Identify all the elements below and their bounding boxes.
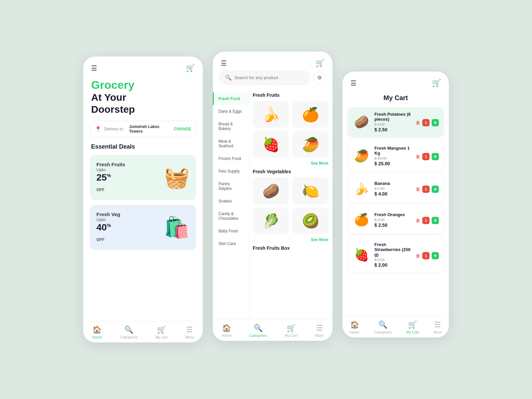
cart-icon-2[interactable]: 🛒 — [316, 59, 325, 67]
fruit-mango[interactable]: 🥭 — [292, 131, 329, 158]
cart-item-potatoes-info: Fresh Potatoes (6 pieces) $ 3.00 $ 2.50 — [374, 112, 412, 132]
cart-item-banana-old-price: $ 7.00 — [374, 187, 412, 191]
nav-home-2[interactable]: 🏠 Home — [222, 324, 231, 337]
add-oranges[interactable]: + — [432, 217, 439, 224]
cat-pantry[interactable]: Pantry Staples — [213, 178, 249, 195]
cart-item-potatoes-img: 🥔 — [352, 113, 370, 131]
top-bar-cart: ☰ 🛒 — [342, 71, 449, 91]
cat-snakes[interactable]: Snakes — [213, 195, 249, 207]
cat-frozen[interactable]: Frozen Food — [213, 152, 249, 165]
see-more-veg[interactable]: See More — [253, 237, 329, 242]
phone-categories: ☰ 🛒 🔍 ⚙ Fresh Food Dairy & Eggs Bread & … — [213, 52, 332, 341]
cart-item-oranges-info: Fresh Oranges $ 3.00 $ 2.50 — [374, 212, 412, 228]
delete-banana[interactable]: 🗑 — [416, 187, 420, 192]
cart-item-strawberries-info: Fresh Strawberries (250 g) $ 3.00 $ 2.00 — [374, 242, 412, 268]
change-button[interactable]: CHANGE — [174, 127, 191, 131]
nav-mycart-label-2: My Cart — [285, 333, 298, 337]
deal-fresh-veg[interactable]: Fresh Veg Upto 40%OFF 🛍️ — [90, 205, 196, 250]
home-icon: 🏠 — [92, 326, 101, 334]
cart-item-oranges-controls: 🗑 1 + — [416, 217, 439, 224]
hamburger-icon-3[interactable]: ☰ — [350, 79, 356, 87]
deal-fruits-title: Fresh Fruits — [96, 162, 125, 167]
veg-lime[interactable]: 🍋 — [292, 178, 329, 204]
delete-potatoes[interactable]: 🗑 — [416, 120, 420, 125]
phone-cart: ☰ 🛒 My Cart 🥔 Fresh Potatoes (6 pieces) … — [342, 71, 449, 337]
cart-item-strawberries-name: Fresh Strawberries (250 g) — [374, 242, 412, 257]
nav-home[interactable]: 🏠 Home — [92, 326, 102, 339]
delete-oranges[interactable]: 🗑 — [416, 218, 420, 223]
nav-mycart-label-3: My Cart — [406, 330, 419, 334]
nav-more-2[interactable]: ☰ More — [315, 324, 324, 337]
categories-icon-3: 🔍 — [378, 321, 387, 329]
nav-home-3[interactable]: 🏠 Home — [350, 321, 359, 334]
nav-home-label-2: Home — [222, 333, 231, 337]
delivery-location: Jumeirah Lakes Towers — [129, 124, 171, 134]
fruit-banana[interactable]: 🍌 — [253, 101, 289, 128]
cat-baby[interactable]: Baby Food — [213, 225, 249, 237]
nav-categories[interactable]: 🔍 Categories — [120, 326, 137, 339]
nav-more-3[interactable]: ☰ More — [433, 321, 442, 334]
home-icon-3: 🏠 — [350, 321, 359, 329]
cart-item-mangoes: 🥭 Fresh Mangoes 1 Kg $ 28.00 $ 25.00 🗑 1… — [348, 141, 444, 171]
mycart-icon: 🛒 — [157, 326, 166, 334]
cat-meat[interactable]: Meat & Seafood — [213, 135, 249, 152]
fruits-box-title: Fresh Fruits Box — [253, 245, 329, 251]
deal-fruits-image: 🧺 — [164, 166, 190, 190]
hamburger-icon-2[interactable]: ☰ — [221, 59, 227, 67]
add-strawberries[interactable]: + — [432, 252, 439, 259]
search-input-wrap[interactable]: 🔍 — [219, 71, 310, 84]
nav-more[interactable]: ☰ More — [186, 326, 194, 339]
hamburger-icon[interactable]: ☰ — [91, 64, 97, 72]
cart-icon-3[interactable]: 🛒 — [432, 79, 441, 87]
filter-button[interactable]: ⚙ — [313, 71, 326, 84]
veg-kiwi[interactable]: 🥝 — [292, 207, 329, 234]
cat-fresh-food[interactable]: Fresh Food — [213, 92, 249, 105]
add-mangoes[interactable]: + — [432, 153, 439, 160]
deal-fruits-text: Fresh Fruits Upto 25%OFF — [96, 162, 125, 194]
phone-home: ☰ 🛒 Grocery At Your Doorstep 📍 Delivery … — [83, 57, 203, 342]
more-icon-3: ☰ — [434, 321, 441, 329]
add-banana[interactable]: + — [432, 186, 439, 193]
mycart-icon-3: 🛒 — [408, 321, 417, 329]
cart-title: My Cart — [342, 91, 449, 107]
pin-icon: 📍 — [95, 126, 101, 132]
delete-strawberries[interactable]: 🗑 — [416, 253, 420, 258]
cat-candy[interactable]: Candy & Chocolates — [213, 207, 249, 225]
categories-body: Fresh Food Dairy & Eggs Bread & Bakery M… — [213, 90, 332, 320]
deals-section-title: Essential Deals — [83, 143, 203, 155]
fresh-veg-title: Fresh Vegetables — [253, 169, 329, 174]
cart-icon[interactable]: 🛒 — [186, 64, 195, 72]
nav-home-label: Home — [92, 335, 102, 339]
search-input[interactable] — [234, 75, 304, 80]
search-icon: 🔍 — [225, 74, 232, 81]
cat-bread[interactable]: Bread & Bakery — [213, 118, 249, 135]
cat-skincare[interactable]: Skin Care — [213, 237, 249, 250]
veg-cabbage[interactable]: 🥬 — [253, 207, 289, 234]
cat-pets[interactable]: Pets Supply — [213, 165, 249, 178]
cat-main-content: Fresh Fruits 🍌 🍊 🍓 🥭 See More Fresh Vege… — [249, 90, 332, 320]
veg-potato[interactable]: 🥔 — [253, 178, 289, 204]
cat-dairy[interactable]: Dairy & Eggs — [213, 105, 249, 118]
hero-grocery: Grocery — [91, 78, 195, 91]
nav-categories-2[interactable]: 🔍 Categories — [249, 324, 267, 337]
deal-veg-image: 🛍️ — [164, 215, 190, 239]
nav-categories-3[interactable]: 🔍 Categories — [374, 321, 392, 334]
categories-icon-2: 🔍 — [254, 324, 263, 332]
more-icon-2: ☰ — [316, 324, 323, 332]
see-more-fruits[interactable]: See More — [253, 161, 329, 166]
nav-mycart-2[interactable]: 🛒 My Cart — [285, 324, 298, 337]
fruit-strawberry[interactable]: 🍓 — [253, 131, 289, 158]
cart-item-banana-price: $ 4.00 — [374, 191, 412, 197]
mycart-icon-2: 🛒 — [287, 324, 296, 332]
deal-fresh-fruits[interactable]: Fresh Fruits Upto 25%OFF 🧺 — [90, 155, 196, 200]
category-sidebar: Fresh Food Dairy & Eggs Bread & Bakery M… — [213, 90, 249, 320]
delivery-bar: 📍 Delivery to : Jumeirah Lakes Towers CH… — [90, 121, 196, 137]
fruit-orange[interactable]: 🍊 — [292, 101, 329, 128]
delete-mangoes[interactable]: 🗑 — [416, 154, 420, 159]
cart-item-banana-name: Banana — [374, 181, 412, 186]
nav-mycart-3[interactable]: 🛒 My Cart — [406, 321, 419, 334]
cart-item-strawberries-controls: 🗑 1 + — [416, 252, 439, 259]
nav-mycart[interactable]: 🛒 My cart — [156, 326, 168, 339]
add-potatoes[interactable]: + — [432, 119, 439, 126]
qty-banana: 1 — [422, 186, 430, 193]
